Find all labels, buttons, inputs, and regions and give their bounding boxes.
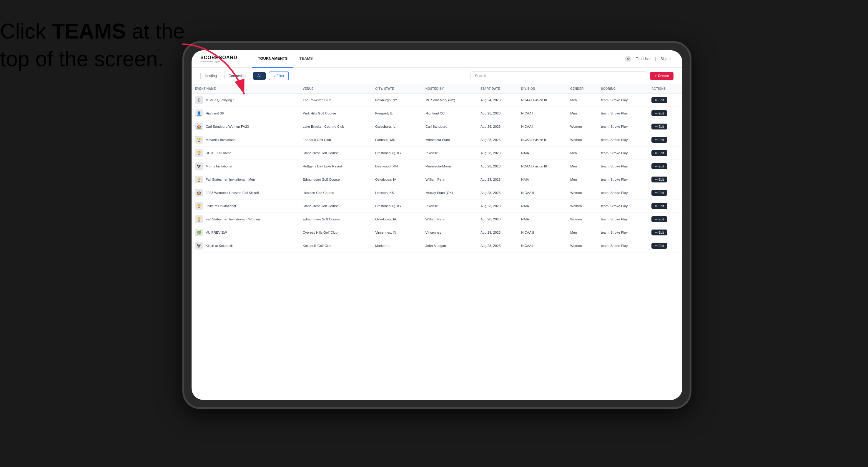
cell-division: NAIA — [518, 147, 567, 160]
event-icon: 👤 — [195, 110, 203, 117]
event-name-text: Fall Statesmen Invitational - Men — [206, 178, 255, 181]
cell-city: Prestonsburg, KY — [372, 147, 422, 160]
edit-button[interactable]: ✏ Edit — [651, 150, 667, 156]
cell-city: Freeport, IL — [372, 107, 422, 120]
cell-city: Prestonsburg, KY — [372, 199, 422, 213]
cell-scoring: team, Stroke Play — [597, 133, 648, 147]
cell-hosted: Mt. Saint Mary (NY) — [422, 94, 477, 107]
event-icon: 🏆 — [195, 136, 203, 144]
cell-actions: ✏ Edit — [648, 147, 682, 160]
logo: SCOREBOARD Powered by Clippit — [200, 55, 238, 63]
cell-gender: Women — [567, 199, 597, 213]
cell-event-name: 🦅 Klash at Kokopelli — [191, 239, 299, 252]
cell-actions: ✏ Edit — [648, 107, 682, 120]
col-start-date: START DATE — [477, 84, 518, 94]
cell-venue: Kokopelli Golf Club — [299, 239, 372, 252]
filter-button[interactable]: ≡ Filter — [269, 71, 289, 80]
table-row: 🏆 Fall Statesmen Invitational - Men Edmu… — [191, 173, 682, 186]
edit-button[interactable]: ✏ Edit — [651, 163, 667, 169]
event-icon: 🏆 — [195, 149, 203, 157]
cell-city: Marion, IL — [372, 239, 422, 252]
cell-division: NICAA I — [518, 107, 567, 120]
cell-date: Aug 28, 2023 — [477, 160, 518, 173]
cell-date: Aug 28, 2023 — [477, 186, 518, 199]
nav-teams[interactable]: TEAMS — [293, 50, 319, 68]
cell-scoring: team, Stroke Play — [597, 94, 648, 107]
event-name-text: 2023 Women's Hesston Fall Kickoff — [206, 191, 259, 194]
edit-button[interactable]: ✏ Edit — [651, 97, 667, 103]
table-row: 🏆 Maverick Invitational Faribault Golf C… — [191, 133, 682, 147]
cell-scoring: team, Stroke Play — [597, 147, 648, 160]
edit-button[interactable]: ✏ Edit — [651, 190, 667, 196]
cell-venue: StoneCrest Golf Course — [299, 147, 372, 160]
event-name-text: MSMC Qualifying 1 — [206, 98, 235, 102]
cell-venue: Faribault Golf Club — [299, 133, 372, 147]
edit-button[interactable]: ✏ Edit — [651, 137, 667, 143]
event-icon: 🦅 — [195, 162, 203, 170]
edit-button[interactable]: ✏ Edit — [651, 111, 667, 116]
col-city-state: CITY, STATE — [372, 84, 422, 94]
tablet-screen: SCOREBOARD Powered by Clippit TOURNAMENT… — [191, 50, 682, 400]
edit-button[interactable]: ✏ Edit — [651, 203, 667, 209]
all-tab[interactable]: All — [253, 72, 266, 80]
event-name-text: Maverick Invitational — [206, 138, 236, 142]
cell-actions: ✏ Edit — [648, 120, 682, 133]
cell-scoring: team, Stroke Play — [597, 120, 648, 133]
cell-actions: ✏ Edit — [648, 94, 682, 107]
cell-division: NICAA II — [518, 226, 567, 239]
cell-hosted: Pikeville — [422, 199, 477, 213]
cell-event-name: 🏌 MSMC Qualifying 1 — [191, 94, 299, 107]
event-icon: 🌿 — [195, 229, 203, 236]
edit-button[interactable]: ✏ Edit — [651, 229, 667, 236]
competing-tab[interactable]: Competing — [224, 72, 250, 80]
cell-gender: Women — [567, 133, 597, 147]
edit-button[interactable]: ✏ Edit — [651, 243, 667, 249]
col-gender: GENDER — [567, 84, 597, 94]
tablet-frame: SCOREBOARD Powered by Clippit TOURNAMENT… — [182, 41, 691, 409]
col-scoring: SCORING — [597, 84, 648, 94]
event-name-text: Fall Statesmen Invitational - Women — [206, 217, 260, 221]
search-input[interactable] — [470, 71, 647, 80]
cell-division: NCAA Division III — [518, 94, 567, 107]
cell-hosted: William Penn — [422, 213, 477, 226]
top-navigation: SCOREBOARD Powered by Clippit TOURNAMENT… — [191, 50, 682, 68]
cell-event-name: 🏫 Carl Sandburg Women FA23 — [191, 120, 299, 133]
table-row: 🏆 UPIKE Fall Invite StoneCrest Golf Cour… — [191, 147, 682, 160]
table-row: 🏆 upike fall invitational StoneCrest Gol… — [191, 199, 682, 213]
cell-division: NAIA — [518, 173, 567, 186]
cell-venue: Edmundson Golf Course — [299, 213, 372, 226]
create-button[interactable]: + Create — [650, 72, 674, 80]
hosting-tab[interactable]: Hosting — [200, 72, 221, 80]
table-row: 🏫 Carl Sandburg Women FA23 Lake Bracken … — [191, 120, 682, 133]
col-hosted-by: HOSTED BY — [422, 84, 477, 94]
cell-scoring: team, Stroke Play — [597, 199, 648, 213]
cell-gender: Men — [567, 94, 597, 107]
table-row: 🏌 MSMC Qualifying 1 The Powelton Club Ne… — [191, 94, 682, 107]
event-name-text: VU PREVIEW — [206, 231, 227, 234]
edit-button[interactable]: ✏ Edit — [651, 124, 667, 129]
edit-button[interactable]: ✏ Edit — [651, 177, 667, 182]
col-event-name: EVENT NAME — [191, 84, 299, 94]
sign-out-link[interactable]: Sign out — [660, 57, 674, 61]
cell-venue: Park Hills Golf Course — [299, 107, 372, 120]
event-name-text: Highland 36 — [206, 112, 224, 115]
toolbar: Hosting Competing All ≡ Filter + Create — [191, 68, 682, 84]
event-icon: 🏆 — [195, 176, 203, 183]
nav-tournaments[interactable]: TOURNAMENTS — [252, 50, 293, 68]
table-row: 🏫 2023 Women's Hesston Fall Kickoff Hess… — [191, 186, 682, 199]
cell-event-name: 🏆 upike fall invitational — [191, 199, 299, 213]
cell-city: Hesston, KS — [372, 186, 422, 199]
cell-venue: Hesston Golf Course — [299, 186, 372, 199]
cell-scoring: team, Stroke Play — [597, 186, 648, 199]
cell-event-name: 🏆 UPIKE Fall Invite — [191, 147, 299, 160]
settings-icon[interactable]: ⚙ — [625, 56, 631, 62]
cell-division: NCAA Division II — [518, 133, 567, 147]
cell-actions: ✏ Edit — [648, 213, 682, 226]
cell-venue: Edmundson Golf Course — [299, 173, 372, 186]
cell-gender: Women — [567, 186, 597, 199]
cell-city: Oskaloosa, IA — [372, 213, 422, 226]
event-icon: 🏫 — [195, 189, 203, 196]
nav-links: TOURNAMENTS TEAMS — [252, 50, 625, 68]
edit-button[interactable]: ✏ Edit — [651, 216, 667, 222]
cell-division: NAIA — [518, 213, 567, 226]
